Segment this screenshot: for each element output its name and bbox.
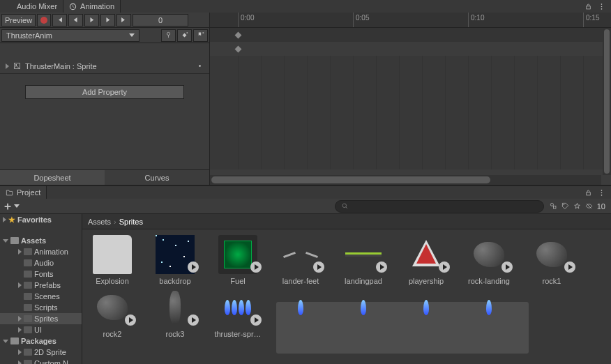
property-row[interactable]: ThrusterMain : Sprite	[0, 59, 209, 74]
clip-dropdown[interactable]: ThrusterAnim	[1, 29, 139, 42]
tree-item[interactable]: Custom N	[0, 358, 82, 364]
svg-point-4	[601, 8, 603, 10]
lock-icon[interactable]	[584, 189, 592, 197]
asset-item[interactable]: landingpad	[339, 235, 388, 285]
play-badge-icon	[313, 261, 324, 273]
tree-item[interactable]: Prefabs	[0, 280, 82, 291]
breadcrumb-item[interactable]: Assets	[88, 218, 111, 226]
svg-point-9	[199, 65, 201, 67]
asset-item[interactable]: thruster-spr…	[213, 288, 262, 340]
svg-rect-10	[587, 192, 591, 195]
tree-item[interactable]: UI	[0, 324, 82, 335]
tab-label: Project	[17, 188, 40, 197]
tab-audio-mixer[interactable]: Audio Mixer	[0, 0, 63, 13]
lock-icon[interactable]	[584, 3, 592, 10]
asset-item[interactable]: lander-feet	[276, 235, 325, 285]
frame-field[interactable]: 0	[133, 14, 188, 26]
asset-item[interactable]: Explosion	[88, 235, 137, 285]
breadcrumb-item[interactable]: Sprites	[119, 218, 143, 226]
next-key-button[interactable]	[100, 14, 115, 26]
asset-label: backdrop	[151, 277, 199, 285]
asset-label: landingpad	[339, 277, 388, 285]
svg-rect-6	[183, 33, 187, 38]
scrollbar-vertical[interactable]	[603, 28, 611, 175]
property-menu-icon[interactable]	[196, 62, 204, 70]
asset-grid[interactable]: ExplosionbackdropFuellander-feetlandingp…	[82, 229, 611, 364]
property-label: ThrusterMain : Sprite	[25, 62, 97, 70]
filter-by-selection-button[interactable]	[161, 29, 176, 42]
asset-label: rock1	[527, 277, 576, 285]
tab-project[interactable]: Project	[0, 186, 47, 199]
hidden-count: 10	[597, 202, 605, 211]
svg-rect-1	[587, 6, 591, 8]
first-key-button[interactable]	[52, 14, 67, 26]
time-mark: 0:00	[238, 13, 256, 27]
tree-favorites[interactable]: ★Favorites	[0, 214, 82, 225]
svg-point-5	[167, 32, 169, 35]
clip-name: ThrusterAnim	[6, 31, 52, 40]
asset-item[interactable]: rock-landing	[465, 235, 513, 285]
play-badge-icon	[501, 261, 513, 273]
tree-assets[interactable]: Assets	[0, 235, 82, 246]
asset-label: playership	[402, 277, 451, 285]
asset-item[interactable]: Fuel	[213, 235, 262, 285]
record-button[interactable]	[37, 14, 51, 26]
create-menu[interactable]	[3, 202, 20, 211]
folder-icon	[6, 189, 13, 197]
add-event-button[interactable]	[193, 29, 208, 42]
chevron-right-icon: ›	[114, 218, 116, 226]
play-badge-icon	[188, 314, 199, 326]
clock-icon	[69, 3, 77, 10]
svg-point-14	[342, 204, 347, 208]
play-badge-icon	[125, 314, 136, 326]
filter-type-icon[interactable]	[550, 202, 557, 210]
asset-item[interactable]: rock3	[151, 288, 199, 340]
svg-rect-16	[553, 206, 555, 208]
tree-item[interactable]: Animation	[0, 246, 82, 257]
project-tree[interactable]: ★Favorites Assets Animation Audio Fonts …	[0, 214, 82, 364]
tree-item[interactable]: Fonts	[0, 268, 82, 280]
keyframe[interactable]	[235, 32, 242, 39]
add-keyframe-button[interactable]	[177, 29, 192, 42]
timeline-area[interactable]	[210, 28, 611, 169]
asset-item[interactable]: rock2	[88, 288, 137, 340]
asset-item[interactable]: rock1	[527, 235, 576, 285]
add-property-button[interactable]: Add Property	[25, 85, 184, 99]
tab-label: Audio Mixer	[17, 2, 57, 10]
tree-packages[interactable]: Packages	[0, 335, 82, 347]
plus-icon	[3, 202, 13, 211]
menu-icon[interactable]	[598, 189, 605, 197]
play-badge-icon	[250, 314, 262, 326]
filter-label-icon[interactable]	[561, 202, 569, 210]
asset-item[interactable]: playership	[402, 235, 451, 285]
play-button[interactable]	[84, 14, 99, 26]
asset-item[interactable]: backdrop	[151, 235, 199, 285]
svg-point-3	[601, 6, 603, 7]
expand-icon[interactable]	[6, 63, 9, 69]
tree-item[interactable]: Scripts	[0, 302, 82, 313]
time-mark: 0:15	[583, 13, 601, 27]
favorite-icon[interactable]	[573, 202, 581, 210]
tree-item[interactable]: 2D Sprite	[0, 347, 82, 358]
scrollbar-horizontal[interactable]	[210, 175, 601, 185]
timeline-ruler[interactable]: 0:00 0:05 0:10 0:15	[210, 13, 611, 28]
search-input[interactable]	[335, 200, 544, 213]
dopesheet-tab[interactable]: Dopesheet	[0, 169, 105, 185]
preview-button[interactable]: Preview	[1, 14, 36, 26]
asset-label: rock2	[88, 330, 137, 338]
prev-key-button[interactable]	[68, 14, 83, 26]
tree-item[interactable]: Audio	[0, 257, 82, 268]
curves-tab[interactable]: Curves	[105, 169, 209, 185]
hidden-icon[interactable]	[585, 202, 593, 210]
last-key-button[interactable]	[116, 14, 131, 26]
keyframe[interactable]	[235, 46, 242, 53]
tree-item-sprites[interactable]: Sprites	[0, 313, 82, 324]
asset-label: Fuel	[213, 277, 262, 285]
tab-animation[interactable]: Animation	[63, 0, 121, 13]
svg-point-15	[550, 203, 553, 206]
sliders-icon	[6, 3, 13, 10]
chevron-down-icon	[129, 33, 135, 37]
tree-item[interactable]: Scenes	[0, 291, 82, 302]
record-icon	[40, 17, 47, 24]
menu-icon[interactable]	[598, 3, 605, 10]
